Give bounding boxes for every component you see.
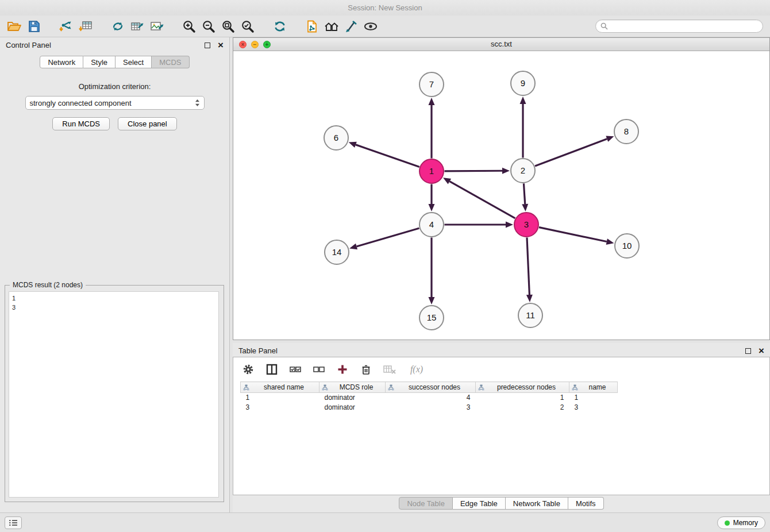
show-hide-button[interactable]: [361, 17, 380, 36]
table-cell[interactable]: 3: [241, 403, 319, 413]
table-settings-button[interactable]: [241, 363, 255, 376]
graph-edge-4-14[interactable]: [349, 228, 419, 249]
graph-node-1[interactable]: 1: [419, 159, 444, 183]
graph-node-6[interactable]: 6: [324, 126, 348, 150]
network-canvas[interactable]: 7968124314101511: [233, 51, 769, 340]
svg-text:1: 1: [429, 166, 434, 176]
graph-node-15[interactable]: 15: [419, 306, 444, 330]
table-cell[interactable]: 1: [476, 393, 569, 403]
refresh-button[interactable]: [270, 17, 290, 36]
graph-node-8[interactable]: 8: [614, 119, 638, 144]
graph-edge-1-6[interactable]: [349, 142, 419, 167]
graph-node-9[interactable]: 9: [511, 71, 535, 95]
graph-edge-2-3[interactable]: [522, 183, 528, 211]
column-header-successor-nodes[interactable]: successor nodes: [386, 382, 476, 393]
graph-node-11[interactable]: 11: [518, 303, 542, 327]
table-cell[interactable]: dominator: [319, 393, 386, 403]
table-panel-tabs: Node TableEdge TableNetwork TableMotifs: [399, 497, 603, 510]
graph-edge-2-9[interactable]: [520, 97, 526, 158]
search-input[interactable]: [611, 22, 758, 31]
new-network-button[interactable]: [108, 17, 128, 36]
graph-node-7[interactable]: 7: [419, 72, 444, 97]
tab-network-table[interactable]: Network Table: [506, 497, 568, 510]
graph-edge-2-8[interactable]: [535, 136, 614, 166]
home-views-button[interactable]: [322, 17, 341, 36]
table-cell[interactable]: dominator: [319, 403, 386, 413]
graph-node-4[interactable]: 4: [419, 213, 444, 237]
graph-edge-3-11[interactable]: [526, 237, 533, 302]
column-header-mcds-role[interactable]: MCDS role: [319, 382, 386, 393]
table-cell[interactable]: 4: [386, 393, 476, 403]
mcds-result-item[interactable]: 3: [12, 303, 215, 312]
tab-node-table[interactable]: Node Table: [399, 497, 453, 510]
zoom-fit-button[interactable]: [218, 17, 238, 36]
network-from-document-button[interactable]: [302, 17, 322, 36]
zoom-in-button[interactable]: [179, 17, 199, 36]
table-cell[interactable]: 1: [241, 393, 319, 403]
tab-style[interactable]: Style: [83, 56, 116, 68]
column-header-shared-name[interactable]: shared name: [241, 382, 319, 393]
tab-select[interactable]: Select: [116, 56, 152, 68]
graph-edge-1-4[interactable]: [429, 184, 435, 212]
close-panel-button[interactable]: Close panel: [118, 117, 177, 130]
close-panel-icon[interactable]: ×: [218, 43, 224, 48]
tab-edge-table[interactable]: Edge Table: [453, 497, 506, 510]
plus-icon: [336, 363, 349, 376]
graph-node-2[interactable]: 2: [511, 159, 535, 183]
table-cell[interactable]: 3: [386, 403, 476, 413]
close-table-panel-icon[interactable]: ×: [759, 348, 764, 354]
graph-edge-4-3[interactable]: [445, 222, 514, 228]
export-image-button[interactable]: [147, 17, 167, 36]
zoom-out-button[interactable]: [199, 17, 218, 36]
float-table-panel-icon[interactable]: [745, 348, 751, 354]
graph-edge-1-2[interactable]: [444, 168, 510, 174]
deselect-all-button[interactable]: [312, 363, 326, 376]
column-header-predecessor-nodes[interactable]: predecessor nodes: [476, 382, 569, 393]
memory-button[interactable]: Memory: [717, 516, 765, 529]
mcds-result-item[interactable]: 1: [12, 294, 215, 303]
svg-text:9: 9: [521, 78, 525, 88]
close-window-icon[interactable]: ×: [239, 41, 247, 48]
float-panel-icon[interactable]: [205, 43, 210, 48]
select-all-button[interactable]: [288, 363, 302, 376]
tab-mcds[interactable]: MCDS: [152, 56, 189, 68]
svg-text:7: 7: [429, 79, 434, 89]
zoom-out-icon: [202, 20, 215, 33]
graph-edge-3-1[interactable]: [443, 178, 515, 218]
function-builder-button[interactable]: f(x): [406, 363, 427, 376]
graph-edge-1-7[interactable]: [429, 98, 435, 159]
graph-node-14[interactable]: 14: [325, 240, 349, 264]
import-network-from-file-button[interactable]: [56, 17, 76, 36]
zoom-selected-button[interactable]: [238, 17, 257, 36]
graph-edge-4-15[interactable]: [429, 238, 435, 305]
open-session-button[interactable]: [5, 17, 24, 36]
table-cell[interactable]: 3: [569, 403, 618, 413]
eye-icon: [363, 20, 378, 33]
network-table-export-button[interactable]: [128, 17, 147, 36]
create-column-button[interactable]: [336, 363, 349, 376]
table-cell[interactable]: 2: [476, 403, 569, 413]
table-cell[interactable]: 1: [569, 393, 618, 403]
svg-text:4: 4: [429, 219, 434, 229]
import-table-from-file-button[interactable]: [76, 17, 95, 36]
graph-edge-3-10[interactable]: [539, 228, 614, 245]
apply-style-button[interactable]: [341, 17, 361, 36]
graph-node-3[interactable]: 3: [514, 213, 538, 237]
show-columns-button[interactable]: [265, 363, 279, 376]
graph-node-10[interactable]: 10: [615, 234, 639, 258]
minimize-window-icon[interactable]: −: [251, 41, 259, 48]
delete-column-button[interactable]: [359, 363, 373, 376]
traffic-lights: × − +: [239, 41, 271, 48]
run-mcds-button[interactable]: Run MCDS: [52, 117, 110, 130]
save-session-button[interactable]: [24, 17, 44, 36]
criterion-select[interactable]: strongly connected component: [25, 96, 205, 110]
mcds-result-list[interactable]: 13: [9, 291, 219, 498]
status-menu-button[interactable]: [5, 516, 22, 529]
column-header-name[interactable]: name: [569, 382, 618, 393]
svg-text:14: 14: [332, 247, 342, 257]
tab-motifs[interactable]: Motifs: [568, 497, 604, 510]
maximize-window-icon[interactable]: +: [263, 41, 271, 48]
tab-network[interactable]: Network: [40, 56, 83, 68]
delete-table-button[interactable]: [383, 363, 396, 376]
network-window-title: scc.txt: [491, 40, 512, 48]
